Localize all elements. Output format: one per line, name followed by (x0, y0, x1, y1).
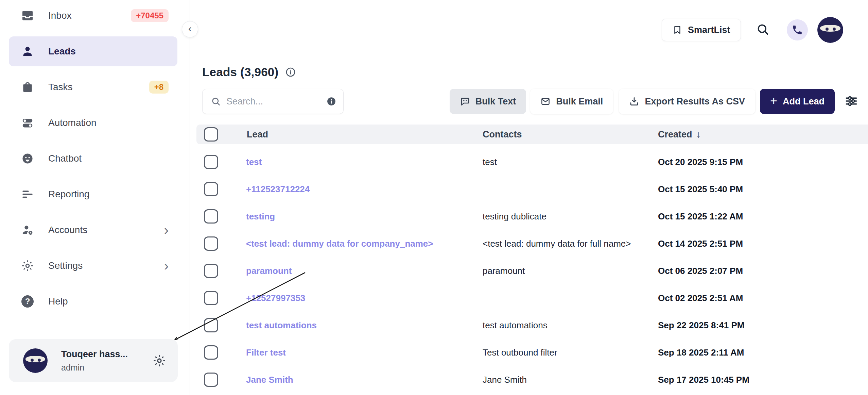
bulk-text-button[interactable]: Bulk Text (450, 89, 526, 114)
row-checkbox[interactable] (204, 318, 218, 332)
help-icon: ? (21, 295, 34, 308)
created-cell: Oct 14 2025 2:51 PM (638, 238, 868, 249)
sidebar-item-settings[interactable]: Settings › (9, 251, 177, 281)
user-role: admin (61, 363, 128, 373)
table-row: +12527997353 Oct 02 2025 2:51 AM (196, 284, 868, 312)
add-lead-button[interactable]: + Add Lead (760, 89, 835, 114)
row-checkbox[interactable] (204, 209, 218, 224)
info-icon[interactable] (285, 67, 296, 78)
leads-table: Lead Contacts Created ↓ test test Oct 20… (196, 125, 868, 393)
user-name: Touqeer hass... (61, 349, 128, 360)
lead-link[interactable]: paramount (220, 266, 454, 276)
reporting-icon (21, 188, 34, 201)
user-avatar (23, 348, 48, 373)
sidebar-item-label: Accounts (48, 225, 87, 235)
sidebar: Inbox +70455 Leads Tasks +8 Automation (0, 0, 190, 395)
sidebar-item-leads[interactable]: Leads (9, 36, 177, 66)
sidebar-item-tasks[interactable]: Tasks +8 (9, 72, 177, 102)
phone-button[interactable] (787, 19, 808, 40)
chatbot-icon (21, 152, 34, 165)
contacts-cell: <test lead: dummy data for full name> (454, 238, 638, 249)
account-avatar[interactable] (817, 17, 843, 43)
sidebar-item-label: Reporting (48, 189, 89, 200)
column-header-created[interactable]: Created ↓ (638, 129, 868, 140)
row-checkbox[interactable] (204, 155, 218, 169)
sort-desc-icon: ↓ (696, 129, 701, 140)
search-info-icon[interactable] (326, 96, 336, 106)
lead-link[interactable]: <test lead: dummy data for company_name> (220, 238, 454, 249)
export-csv-label: Export Results As CSV (645, 96, 745, 107)
inbox-icon (21, 9, 34, 22)
column-header-lead: Lead (220, 129, 454, 140)
created-cell: Sep 22 2025 8:41 PM (638, 320, 868, 331)
table-row: Filter test Test outbound filter Sep 18 … (196, 339, 868, 366)
sidebar-nav: Inbox +70455 Leads Tasks +8 Automation (0, 0, 190, 316)
column-header-contacts: Contacts (454, 129, 638, 140)
sidebar-item-label: Chatbot (48, 153, 82, 164)
lead-link[interactable]: +12527997353 (220, 293, 454, 303)
sidebar-collapse-button[interactable]: ‹ (182, 21, 198, 37)
search-box[interactable] (202, 89, 344, 114)
sidebar-item-automation[interactable]: Automation (9, 108, 177, 138)
tasks-count-badge: +8 (149, 81, 169, 94)
table-row: paramount paramount Oct 06 2025 2:07 PM (196, 257, 868, 284)
lead-link[interactable]: Filter test (220, 347, 454, 358)
sidebar-item-inbox[interactable]: Inbox +70455 (9, 1, 177, 31)
accounts-icon (21, 224, 34, 236)
select-all-checkbox[interactable] (204, 127, 218, 142)
add-lead-label: Add Lead (783, 96, 824, 107)
lead-link[interactable]: Jane Smith (220, 375, 454, 385)
chevron-right-icon: › (164, 259, 169, 273)
automation-icon (21, 116, 34, 129)
table-row: testing testing dublicate Oct 15 2025 1:… (196, 203, 868, 230)
chat-bubble-icon (460, 96, 470, 106)
contacts-cell: test (454, 157, 638, 167)
user-info: Touqeer hass... admin (61, 349, 128, 373)
sidebar-item-label: Help (48, 296, 68, 307)
lead-link[interactable]: test (220, 157, 454, 167)
sidebar-item-accounts[interactable]: Accounts › (9, 215, 177, 245)
sidebar-item-label: Settings (48, 260, 83, 271)
sidebar-item-label: Tasks (48, 82, 73, 93)
plus-icon: + (770, 95, 777, 107)
row-checkbox[interactable] (204, 236, 218, 251)
user-settings-gear-icon[interactable] (153, 354, 166, 367)
row-checkbox[interactable] (204, 182, 218, 196)
phone-icon (792, 24, 803, 36)
contacts-cell: Test outbound filter (454, 347, 638, 358)
inbox-count-badge: +70455 (131, 9, 169, 22)
chevron-right-icon: › (164, 223, 169, 237)
created-cell: Oct 06 2025 2:07 PM (638, 266, 868, 276)
smartlist-label: SmartList (688, 25, 730, 35)
contacts-cell: paramount (454, 266, 638, 276)
lead-link[interactable]: test automations (220, 320, 454, 331)
page-title: Leads (3,960) (202, 65, 278, 79)
filter-sliders-icon[interactable] (844, 94, 859, 109)
sidebar-item-chatbot[interactable]: Chatbot (9, 144, 177, 174)
envelope-icon (540, 96, 551, 106)
row-checkbox[interactable] (204, 345, 218, 360)
lead-link[interactable]: testing (220, 211, 454, 222)
row-checkbox[interactable] (204, 291, 218, 305)
table-header: Lead Contacts Created ↓ (196, 125, 868, 144)
user-card[interactable]: Touqeer hass... admin (9, 339, 178, 382)
bulk-email-button[interactable]: Bulk Email (530, 89, 613, 114)
table-row: <test lead: dummy data for company_name>… (196, 230, 868, 257)
row-checkbox[interactable] (204, 264, 218, 278)
export-csv-button[interactable]: Export Results As CSV (619, 89, 755, 114)
row-checkbox[interactable] (204, 373, 218, 387)
gear-icon (21, 259, 34, 272)
toolbar: Bulk Text Bulk Email Export Results As C… (202, 89, 859, 114)
created-cell: Sep 17 2025 10:45 PM (638, 375, 868, 385)
table-row: test test Oct 20 2025 9:15 PM (196, 148, 868, 176)
smartlist-button[interactable]: SmartList (662, 19, 741, 41)
sidebar-item-help[interactable]: ? Help (9, 286, 177, 316)
sidebar-item-reporting[interactable]: Reporting (9, 179, 177, 209)
table-body: test test Oct 20 2025 9:15 PM +112523712… (196, 148, 868, 393)
bulk-email-label: Bulk Email (556, 96, 603, 107)
table-row: +112523712224 Oct 15 2025 5:40 PM (196, 176, 868, 203)
table-row: test automations test automations Sep 22… (196, 312, 868, 339)
search-icon[interactable] (756, 22, 771, 37)
search-input[interactable] (226, 96, 321, 107)
lead-link[interactable]: +112523712224 (220, 184, 454, 195)
